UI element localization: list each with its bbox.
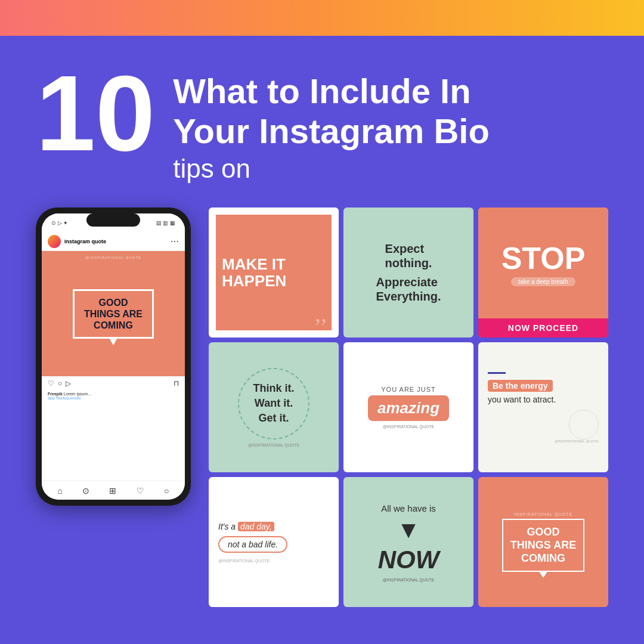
card-stop: STOP take a deep breath NOW PROCEED: [478, 208, 608, 338]
card-be-energy: Be the energy you want to atract. @INSPI…: [478, 342, 608, 472]
card-8-small: @INSPIRATIONAL QUOTE: [383, 578, 434, 582]
phone-screen: ⊙ ▷ ✦ ▤ ▥ ▦ Instagram quote ⋯ @INSPIRATI…: [42, 213, 185, 500]
bookmark-icon[interactable]: ⊓: [174, 379, 179, 388]
card-1-inner: MAKE ITHAPPEN ,,: [216, 215, 332, 330]
card-3-proceed: NOW PROCEED: [483, 323, 603, 333]
phone-notch: [86, 213, 140, 227]
tips-label: tips on: [173, 154, 490, 184]
card-6-line: [488, 372, 506, 374]
phone-ig-header: Instagram quote ⋯: [42, 233, 185, 251]
card-3-top: STOP take a deep breath: [478, 208, 608, 318]
card-6-energy: Be the energy: [493, 381, 548, 391]
number-display: 10: [36, 60, 155, 167]
card-3-bottom: NOW PROCEED: [478, 318, 608, 338]
main-title: What to Include In Your Instagram Bio: [173, 72, 490, 151]
phone-action-icons: ♡ ○ ▷: [48, 379, 169, 388]
card-good-things: INSPIRATIONAL QUOTE GOODTHINGS ARECOMING: [478, 477, 608, 607]
card-7-text2: not a bad life.: [228, 540, 278, 549]
card-6-circle: [569, 410, 599, 439]
main-content: 10 What to Include In Your Instagram Bio…: [0, 36, 644, 625]
phone-dots: ⋯: [171, 237, 179, 246]
caption-text: Lorem ipsum...: [64, 392, 91, 396]
phone-post-image: @INSPIRATIONAL QUOTE GOODTHINGS ARECOMIN…: [42, 251, 185, 376]
card-make-it-happen: MAKE ITHAPPEN ,,: [209, 208, 339, 338]
share-icon[interactable]: ▷: [66, 379, 71, 388]
card-5-box: amazing: [368, 395, 449, 421]
phone-mockup: ⊙ ▷ ✦ ▤ ▥ ▦ Instagram quote ⋯ @INSPIRATI…: [36, 208, 191, 506]
heart-icon[interactable]: ♡: [48, 379, 54, 388]
card-7-small: @INSPIRATIONAL QUOTE: [218, 559, 270, 563]
card-you-are-amazing: YOU ARE JUST amazing @INSPIRATIONAL QUOT…: [343, 342, 473, 472]
card-2-text1: Expectnothing.: [385, 242, 432, 270]
phone-actions: ♡ ○ ▷ ⊓: [42, 376, 185, 391]
top-gradient-bar: [0, 0, 644, 36]
card-5-small: @INSPIRATIONAL QUOTE: [383, 425, 434, 429]
heart-nav-icon[interactable]: ♡: [137, 486, 144, 496]
card-9-small: INSPIRATIONAL QUOTE: [514, 512, 572, 516]
phone-post-box: GOODTHINGS ARECOMING: [73, 289, 154, 339]
phone-post-text: GOODTHINGS ARECOMING: [84, 297, 143, 332]
card-7-oval: not a bad life.: [218, 536, 287, 553]
add-nav-icon[interactable]: ⊞: [109, 486, 116, 496]
card-4-circle: Think it.Want it.Get it.: [238, 368, 309, 439]
card-9-text: GOODTHINGS ARECOMING: [510, 526, 576, 565]
card-8-text1: All we have is: [381, 503, 436, 515]
header-text: What to Include In Your Instagram Bio ti…: [173, 60, 490, 184]
phone-nav: ⌂ ⊙ ⊞ ♡ ○: [42, 481, 185, 500]
card-3-stop-text: STOP: [501, 240, 586, 276]
phone-icons: ▤ ▥ ▦: [156, 220, 175, 226]
phone-caption: Freepik Lorem ipsum... SEE TRANSLATION: [42, 391, 185, 403]
card-1-text: MAKE ITHAPPEN: [222, 256, 326, 290]
phone-time: ⊙ ▷ ✦: [51, 220, 68, 226]
phone-username: Instagram quote: [64, 239, 167, 244]
header-section: 10 What to Include In Your Instagram Bio…: [36, 60, 608, 184]
card-3-breathe: take a deep breath: [511, 277, 575, 286]
card-8-now: NOW: [378, 546, 439, 574]
card-4-small: @INSPIRATIONAL QUOTE: [248, 443, 299, 447]
caption-author: Freepik: [48, 392, 63, 396]
phone-post-label: @INSPIRATIONAL QUOTE: [85, 256, 141, 259]
card-6-small: @INSPIRATIONAL QUOTE: [555, 439, 599, 443]
card-dad-day: It's a dad day, not a bad life. @INSPIRA…: [209, 477, 339, 607]
title-line1: What to Include In: [173, 72, 470, 110]
card-2-text2: AppreciateEverything.: [376, 275, 441, 304]
card-5-amazing: amazing: [377, 399, 439, 417]
card-5-label: YOU ARE JUST: [381, 386, 435, 393]
posts-grid: MAKE ITHAPPEN ,, Expectnothing. Apprecia…: [209, 208, 608, 607]
card-6-box: Be the energy: [488, 380, 553, 392]
bottom-section: ⊙ ▷ ✦ ▤ ▥ ▦ Instagram quote ⋯ @INSPIRATI…: [36, 208, 608, 607]
phone-container: ⊙ ▷ ✦ ▤ ▥ ▦ Instagram quote ⋯ @INSPIRATI…: [36, 208, 191, 506]
card-7-highlight: dad day,: [238, 522, 274, 531]
title-line2: Your Instagram Bio: [173, 112, 490, 150]
card-expect-nothing: Expectnothing. AppreciateEverything.: [343, 208, 473, 338]
card-7-text1: It's a dad day,: [218, 522, 274, 531]
avatar: [48, 235, 61, 248]
card-think-it: Think it.Want it.Get it. @INSPIRATIONAL …: [209, 342, 339, 472]
search-nav-icon[interactable]: ⊙: [82, 486, 89, 496]
card-6-subtext: you want to atract.: [488, 394, 556, 405]
card-1-quotes: ,,: [315, 302, 327, 326]
card-4-text: Think it.Want it.Get it.: [253, 381, 295, 426]
translate-label[interactable]: SEE TRANSLATION: [48, 397, 80, 400]
profile-nav-icon[interactable]: ○: [164, 486, 169, 496]
card-9-box: GOODTHINGS ARECOMING: [502, 519, 584, 572]
card-8-arrow: ▼: [397, 516, 420, 543]
comment-icon[interactable]: ○: [58, 379, 62, 388]
card-all-we-have: All we have is ▼ NOW @INSPIRATIONAL QUOT…: [343, 477, 473, 607]
home-nav-icon[interactable]: ⌂: [58, 486, 63, 496]
